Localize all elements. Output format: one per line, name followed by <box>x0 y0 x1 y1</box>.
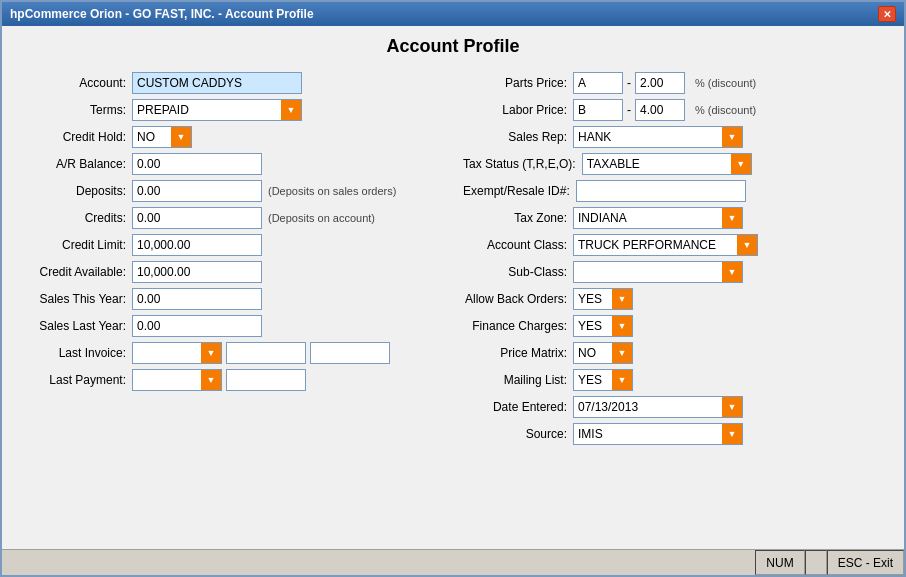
sales-this-year-input[interactable] <box>132 288 262 310</box>
form-right: Parts Price: - % (discount) Labor Price:… <box>463 72 884 450</box>
account-input[interactable] <box>132 72 302 94</box>
credits-note: (Deposits on account) <box>268 212 375 224</box>
price-matrix-dropdown-btn[interactable] <box>612 343 632 363</box>
date-entered-value: 07/13/2013 <box>574 398 722 416</box>
credit-limit-label: Credit Limit: <box>22 238 132 252</box>
tax-zone-label: Tax Zone: <box>463 211 573 225</box>
parts-price-letter[interactable] <box>573 72 623 94</box>
ar-balance-row: A/R Balance: <box>22 153 443 175</box>
date-entered-dropdown[interactable]: 07/13/2013 <box>573 396 743 418</box>
num-status: NUM <box>755 550 804 575</box>
sales-this-year-label: Sales This Year: <box>22 292 132 306</box>
last-payment-dropdown[interactable] <box>132 369 222 391</box>
title-bar: hpCommerce Orion - GO FAST, INC. - Accou… <box>2 2 904 26</box>
allow-back-orders-dropdown-btn[interactable] <box>612 289 632 309</box>
sub-class-dropdown-btn[interactable] <box>722 262 742 282</box>
tax-zone-dropdown-btn[interactable] <box>722 208 742 228</box>
mailing-list-dropdown[interactable]: YES <box>573 369 633 391</box>
allow-back-orders-dropdown[interactable]: YES <box>573 288 633 310</box>
last-payment-value <box>133 378 201 382</box>
credit-hold-dropdown-btn[interactable] <box>171 127 191 147</box>
content-area: Account Profile Account: Terms: PREPAID … <box>2 26 904 549</box>
exempt-resale-input[interactable] <box>576 180 746 202</box>
last-invoice-fields <box>132 342 390 364</box>
allow-back-orders-row: Allow Back Orders: YES <box>463 288 884 310</box>
terms-dropdown-btn[interactable] <box>281 100 301 120</box>
mailing-list-dropdown-btn[interactable] <box>612 370 632 390</box>
parts-price-group: - % (discount) <box>573 72 756 94</box>
account-class-dropdown[interactable]: TRUCK PERFORMANCE <box>573 234 758 256</box>
labor-price-number[interactable] <box>635 99 685 121</box>
credit-hold-dropdown[interactable]: NO <box>132 126 192 148</box>
account-class-dropdown-btn[interactable] <box>737 235 757 255</box>
sales-rep-label: Sales Rep: <box>463 130 573 144</box>
account-class-label: Account Class: <box>463 238 573 252</box>
tax-status-dropdown[interactable]: TAXABLE <box>582 153 752 175</box>
exempt-resale-label: Exempt/Resale ID#: <box>463 184 576 198</box>
tax-status-value: TAXABLE <box>583 155 731 173</box>
sub-class-row: Sub-Class: <box>463 261 884 283</box>
tax-zone-value: INDIANA <box>574 209 722 227</box>
credit-available-input[interactable] <box>132 261 262 283</box>
deposits-note: (Deposits on sales orders) <box>268 185 396 197</box>
tax-status-label: Tax Status (T,R,E,O): <box>463 157 582 171</box>
terms-value: PREPAID <box>133 101 281 119</box>
credits-input[interactable] <box>132 207 262 229</box>
main-window: hpCommerce Orion - GO FAST, INC. - Accou… <box>0 0 906 577</box>
esc-exit-status[interactable]: ESC - Exit <box>827 550 904 575</box>
source-dropdown-btn[interactable] <box>722 424 742 444</box>
tax-status-dropdown-btn[interactable] <box>731 154 751 174</box>
sales-last-year-label: Sales Last Year: <box>22 319 132 333</box>
last-invoice-dropdown-btn[interactable] <box>201 343 221 363</box>
last-invoice-row: Last Invoice: <box>22 342 443 364</box>
labor-price-letter[interactable] <box>573 99 623 121</box>
source-dropdown[interactable]: IMIS <box>573 423 743 445</box>
last-invoice-field2[interactable] <box>226 342 306 364</box>
sales-rep-dropdown-btn[interactable] <box>722 127 742 147</box>
tax-zone-row: Tax Zone: INDIANA <box>463 207 884 229</box>
close-button[interactable]: ✕ <box>878 6 896 22</box>
account-row: Account: <box>22 72 443 94</box>
parts-price-row: Parts Price: - % (discount) <box>463 72 884 94</box>
price-matrix-row: Price Matrix: NO <box>463 342 884 364</box>
deposits-label: Deposits: <box>22 184 132 198</box>
parts-price-number[interactable] <box>635 72 685 94</box>
parts-price-dash: - <box>627 76 631 90</box>
labor-price-row: Labor Price: - % (discount) <box>463 99 884 121</box>
credit-limit-row: Credit Limit: <box>22 234 443 256</box>
sub-class-value <box>574 270 722 274</box>
sales-rep-dropdown[interactable]: HANK <box>573 126 743 148</box>
price-matrix-value: NO <box>574 344 612 362</box>
sales-rep-value: HANK <box>574 128 722 146</box>
last-payment-dropdown-btn[interactable] <box>201 370 221 390</box>
last-invoice-value <box>133 351 201 355</box>
sales-last-year-input[interactable] <box>132 315 262 337</box>
price-matrix-dropdown[interactable]: NO <box>573 342 633 364</box>
status-bar: NUM ESC - Exit <box>2 549 904 575</box>
finance-charges-dropdown-btn[interactable] <box>612 316 632 336</box>
deposits-input[interactable] <box>132 180 262 202</box>
credit-hold-value: NO <box>133 128 171 146</box>
last-payment-label: Last Payment: <box>22 373 132 387</box>
date-entered-label: Date Entered: <box>463 400 573 414</box>
parts-price-label: Parts Price: <box>463 76 573 90</box>
ar-balance-input[interactable] <box>132 153 262 175</box>
credit-limit-input[interactable] <box>132 234 262 256</box>
date-entered-dropdown-btn[interactable] <box>722 397 742 417</box>
sub-class-dropdown[interactable] <box>573 261 743 283</box>
finance-charges-dropdown[interactable]: YES <box>573 315 633 337</box>
deposits-row: Deposits: (Deposits on sales orders) <box>22 180 443 202</box>
finance-charges-label: Finance Charges: <box>463 319 573 333</box>
last-invoice-field3[interactable] <box>310 342 390 364</box>
window-title: hpCommerce Orion - GO FAST, INC. - Accou… <box>10 7 314 21</box>
last-payment-fields <box>132 369 306 391</box>
mailing-list-value: YES <box>574 371 612 389</box>
sales-rep-row: Sales Rep: HANK <box>463 126 884 148</box>
last-invoice-dropdown[interactable] <box>132 342 222 364</box>
last-payment-field2[interactable] <box>226 369 306 391</box>
exempt-resale-row: Exempt/Resale ID#: <box>463 180 884 202</box>
tax-zone-dropdown[interactable]: INDIANA <box>573 207 743 229</box>
last-payment-row: Last Payment: <box>22 369 443 391</box>
terms-dropdown[interactable]: PREPAID <box>132 99 302 121</box>
account-label: Account: <box>22 76 132 90</box>
